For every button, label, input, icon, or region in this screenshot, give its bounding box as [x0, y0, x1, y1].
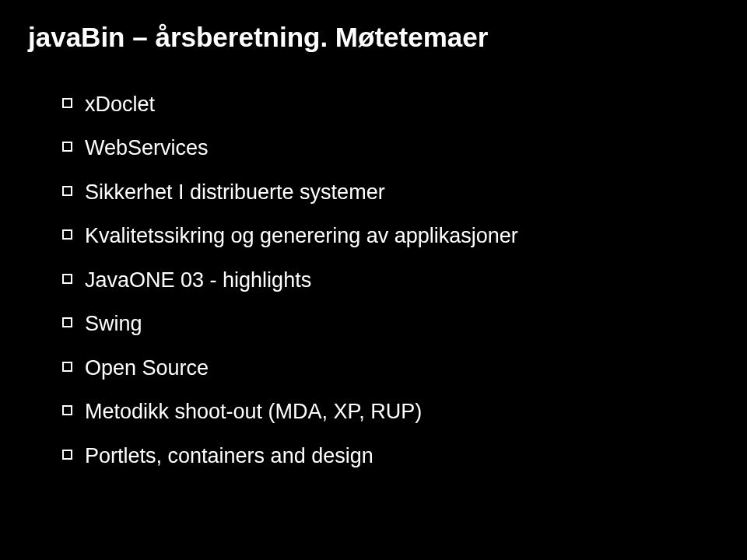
bullet-text: WebServices [85, 134, 209, 162]
bullet-icon [62, 405, 72, 415]
bullet-text: Portlets, containers and design [85, 442, 374, 470]
bullet-icon [62, 362, 72, 372]
bullet-icon [62, 186, 72, 196]
bullet-icon [62, 98, 72, 108]
bullet-text: Metodikk shoot-out (MDA, XP, RUP) [85, 397, 422, 425]
list-item: Sikkerhet I distribuerte systemer [62, 178, 719, 206]
bullet-text: Open Source [85, 354, 209, 382]
bullet-list: xDoclet WebServices Sikkerhet I distribu… [28, 90, 719, 470]
list-item: WebServices [62, 134, 719, 162]
list-item: Open Source [62, 354, 719, 382]
list-item: xDoclet [62, 90, 719, 118]
bullet-icon [62, 450, 72, 460]
slide-title: javaBin – årsberetning. Møtetemaer [28, 22, 719, 53]
bullet-text: xDoclet [85, 90, 155, 118]
bullet-text: Sikkerhet I distribuerte systemer [85, 178, 385, 206]
bullet-icon [62, 142, 72, 152]
list-item: Swing [62, 310, 719, 338]
list-item: Metodikk shoot-out (MDA, XP, RUP) [62, 397, 719, 425]
bullet-text: Swing [85, 310, 142, 338]
bullet-icon [62, 229, 72, 240]
bullet-icon [62, 317, 72, 327]
list-item: JavaONE 03 - highlights [62, 266, 719, 294]
list-item: Kvalitetssikring og generering av applik… [62, 222, 719, 250]
bullet-text: Kvalitetssikring og generering av applik… [85, 222, 518, 250]
bullet-icon [62, 274, 72, 284]
list-item: Portlets, containers and design [62, 442, 719, 470]
bullet-text: JavaONE 03 - highlights [85, 266, 311, 294]
slide: javaBin – årsberetning. Møtetemaer xDocl… [0, 0, 747, 560]
